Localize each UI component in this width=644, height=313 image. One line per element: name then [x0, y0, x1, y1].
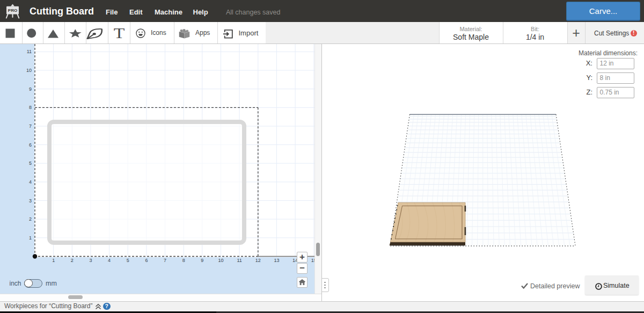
svg-text:PRO: PRO — [8, 8, 17, 13]
